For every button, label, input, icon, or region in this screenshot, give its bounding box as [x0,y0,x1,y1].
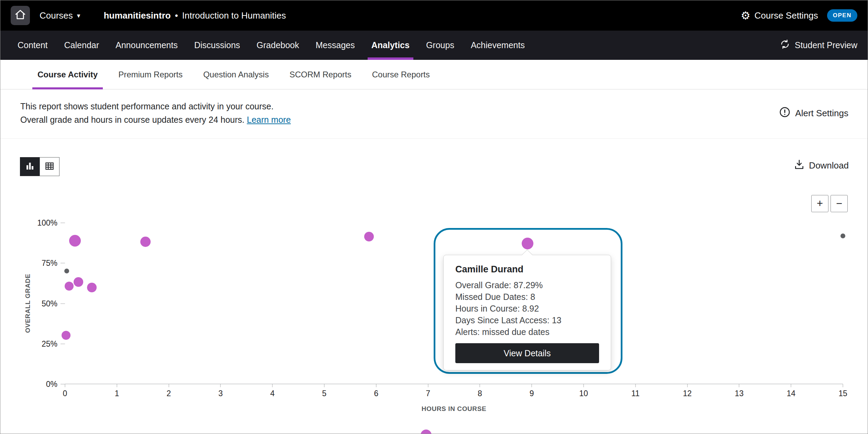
student-preview-label: Student Preview [795,40,857,50]
y-axis-title: OVERALL GRADE [24,274,32,333]
x-tick-mark [532,384,532,387]
zoom-out-button[interactable]: − [831,195,848,212]
tooltip-line: Alerts: missed due dates [455,326,599,338]
course-breadcrumb: humanitiesintro • Introduction to Humani… [104,10,286,21]
view-toggle [20,157,59,176]
tab-discussions[interactable]: Discussions [186,31,248,60]
student-data-point[interactable] [87,283,97,292]
x-tick-mark [843,384,843,387]
subtab-premium-reports[interactable]: Premium Reports [108,60,193,89]
x-tick-label: 1 [115,389,119,398]
chevron-down-icon: ▾ [77,12,80,19]
courses-menu-label: Courses [40,10,73,21]
student-data-point[interactable] [364,232,374,241]
partial-data-point[interactable] [421,430,432,434]
tab-analytics[interactable]: Analytics [363,31,418,60]
x-tick-mark [584,384,584,387]
x-tick-mark [272,384,273,387]
course-code: humanitiesintro [104,10,171,21]
course-navbar: Content Calendar Announcements Discussio… [0,31,868,60]
x-tick-mark [428,384,428,387]
chart-view-button[interactable] [20,157,40,176]
subtab-scorm-reports[interactable]: SCORM Reports [279,60,362,89]
student-data-point[interactable] [62,331,70,340]
subtab-course-activity[interactable]: Course Activity [27,60,108,89]
breadcrumb-separator: • [175,10,178,21]
y-tick-mark [61,223,65,223]
student-small-data-point[interactable] [840,234,845,238]
course-settings-button[interactable]: ⚙ Course Settings [741,10,818,21]
alert-settings-label: Alert Settings [795,108,848,119]
x-tick-label: 8 [478,389,482,398]
x-tick-label: 3 [218,389,223,398]
tooltip-line: Overall Grade: 87.29% [455,279,599,291]
tab-gradebook[interactable]: Gradebook [248,31,307,60]
x-tick-mark [65,384,65,387]
subtab-question-analysis[interactable]: Question Analysis [193,60,279,89]
download-label: Download [809,160,849,171]
y-tick-mark [61,384,65,384]
alert-settings-button[interactable]: Alert Settings [779,106,848,120]
courses-menu[interactable]: Courses ▾ [40,10,80,21]
tab-calendar[interactable]: Calendar [56,31,107,60]
x-tick-mark [687,384,687,387]
student-preview-button[interactable]: Student Preview [780,31,857,60]
x-tick-mark [117,384,117,387]
zoom-in-button[interactable]: + [811,195,828,212]
y-tick-mark [61,303,65,304]
page: Courses ▾ humanitiesintro • Introduction… [0,0,868,434]
y-tick-mark [61,263,65,263]
gear-icon: ⚙ [741,10,750,21]
report-description: This report shows student performance an… [20,100,291,127]
topbar-right: ⚙ Course Settings OPEN [741,9,857,22]
x-tick-mark [739,384,739,387]
tab-messages[interactable]: Messages [307,31,363,60]
student-small-data-point[interactable] [64,269,69,273]
tooltip-student-name: Camille Durand [455,263,599,275]
x-tick-mark [791,384,791,387]
x-tick-label: 10 [579,389,588,398]
download-icon [794,159,805,172]
x-tick-label: 15 [838,389,847,398]
tooltip-line: Days Since Last Access: 13 [455,314,599,326]
course-title: Introduction to Humanities [182,10,286,21]
tooltip: Camille Durand Overall Grade: 87.29% Mis… [443,255,611,370]
x-tick-mark [324,384,325,387]
home-icon [14,9,26,22]
student-data-point[interactable] [140,237,151,247]
tab-achievements[interactable]: Achievements [463,31,533,60]
tab-content[interactable]: Content [9,31,56,60]
download-button[interactable]: Download [794,159,849,172]
tab-announcements[interactable]: Announcements [107,31,186,60]
x-tick-mark [635,384,636,387]
x-tick-label: 5 [322,389,327,398]
learn-more-link[interactable]: Learn more [247,115,291,124]
table-view-button[interactable] [40,157,59,176]
x-tick-label: 11 [631,389,640,398]
subtab-course-reports[interactable]: Course Reports [362,60,440,89]
x-tick-label: 13 [735,389,744,398]
view-details-button[interactable]: View Details [455,343,599,363]
y-tick-label: 0% [46,380,57,389]
x-tick-mark [376,384,376,387]
x-axis-title: HOURS IN COURSE [422,405,486,413]
bar-chart-icon [25,161,35,173]
x-tick-label: 12 [683,389,692,398]
x-tick-label: 4 [270,389,275,398]
student-data-point[interactable] [74,277,83,287]
x-tick-mark [169,384,169,387]
table-icon [44,161,55,173]
home-button[interactable] [11,6,30,25]
description-line-2-text: Overall grade and hours in course update… [20,115,245,124]
student-data-point[interactable] [522,238,533,249]
tab-groups[interactable]: Groups [418,31,463,60]
description-line-2: Overall grade and hours in course update… [20,113,291,127]
tooltip-line: Missed Due Dates: 8 [455,291,599,303]
x-tick-label: 14 [786,389,795,398]
student-data-point[interactable] [65,282,74,291]
x-tick-mark [480,384,480,387]
y-tick-label: 100% [37,218,57,228]
y-tick-label: 25% [42,339,57,348]
report-subnav: Course Activity Premium Reports Question… [0,60,868,89]
student-data-point[interactable] [69,235,81,247]
